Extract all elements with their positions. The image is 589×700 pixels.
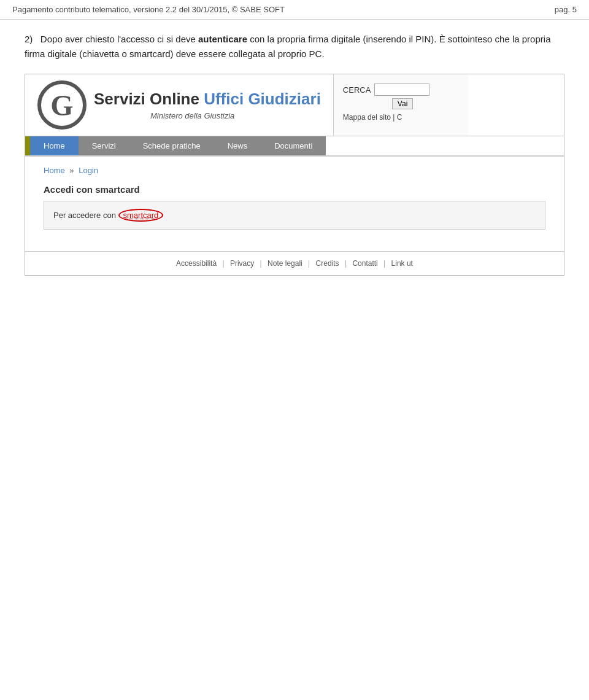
search-area: CERCA Vai Mappa del sito | C xyxy=(333,74,468,136)
step-number: 2) xyxy=(25,34,33,44)
search-row: CERCA xyxy=(343,84,430,96)
footer-link-link-ut[interactable]: Link ut xyxy=(391,259,413,268)
smartcard-link[interactable]: smartcard xyxy=(123,211,159,220)
nav-item-documenti[interactable]: Documenti xyxy=(261,136,326,155)
search-label: CERCA xyxy=(343,85,371,95)
website-screenshot: G Servizi Online Uffici Giudiziari Minis… xyxy=(25,74,564,276)
login-box: Per accedere con smartcard xyxy=(44,201,545,230)
search-input[interactable] xyxy=(374,84,429,96)
logo-subtitle: Ministero della Giustizia xyxy=(150,111,321,120)
doc-page: pag. 5 xyxy=(555,5,577,14)
site-content: Home » Login Accedi con smartcard Per ac… xyxy=(25,157,564,239)
doc-title: Pagamento contributo telematico, version… xyxy=(12,5,285,14)
nav-item-news[interactable]: News xyxy=(214,136,261,155)
document-header: Pagamento contributo telematico, version… xyxy=(0,0,589,20)
logo-circle: G xyxy=(37,80,87,130)
site-map-link: Mappa del sito | C xyxy=(343,113,402,122)
breadcrumb-home[interactable]: Home xyxy=(44,166,65,175)
search-button[interactable]: Vai xyxy=(392,98,413,109)
nav-item-servizi[interactable]: Servizi xyxy=(79,136,129,155)
breadcrumb: Home » Login xyxy=(44,166,545,175)
footer-link-note-legali[interactable]: Note legali xyxy=(268,259,302,268)
footer-link-accessibilita[interactable]: Accessibilità xyxy=(176,259,217,268)
logo-title-part2: Uffici Giudiziari xyxy=(204,90,321,108)
nav-item-schede[interactable]: Schede pratiche xyxy=(129,136,214,155)
logo-title: Servizi Online Uffici Giudiziari xyxy=(94,90,321,109)
nav-item-home[interactable]: Home xyxy=(30,136,79,155)
logo-title-part1: Servizi Online xyxy=(94,90,204,108)
section-title: Accedi con smartcard xyxy=(44,184,545,195)
logo-text: Servizi Online Uffici Giudiziari Ministe… xyxy=(94,90,321,120)
nav-items: Home Servizi Schede pratiche News Docume… xyxy=(30,136,564,155)
logo-area: G Servizi Online Uffici Giudiziari Minis… xyxy=(25,74,333,136)
bold-word: autenticare xyxy=(198,34,247,44)
site-footer: Accessibilità | Privacy | Note legali | … xyxy=(25,251,564,275)
footer-link-privacy[interactable]: Privacy xyxy=(230,259,254,268)
footer-link-credits[interactable]: Credits xyxy=(316,259,339,268)
footer-link-contatti[interactable]: Contatti xyxy=(352,259,377,268)
site-header: G Servizi Online Uffici Giudiziari Minis… xyxy=(25,74,564,136)
site-nav: Home Servizi Schede pratiche News Docume… xyxy=(25,136,564,157)
breadcrumb-current: Login xyxy=(79,166,98,175)
nav-accent xyxy=(25,136,30,155)
smartcard-link-circle: smartcard xyxy=(118,209,164,222)
paragraph-text-1: Dopo aver chiesto l'accesso ci si deve xyxy=(40,34,198,44)
logo-letter: G xyxy=(50,88,73,122)
login-text: Per accedere con xyxy=(53,211,116,220)
breadcrumb-sep: » xyxy=(69,166,74,175)
step-paragraph: 2) Dopo aver chiesto l'accesso ci si dev… xyxy=(25,32,564,61)
document-body: 2) Dopo aver chiesto l'accesso ci si dev… xyxy=(0,20,589,294)
